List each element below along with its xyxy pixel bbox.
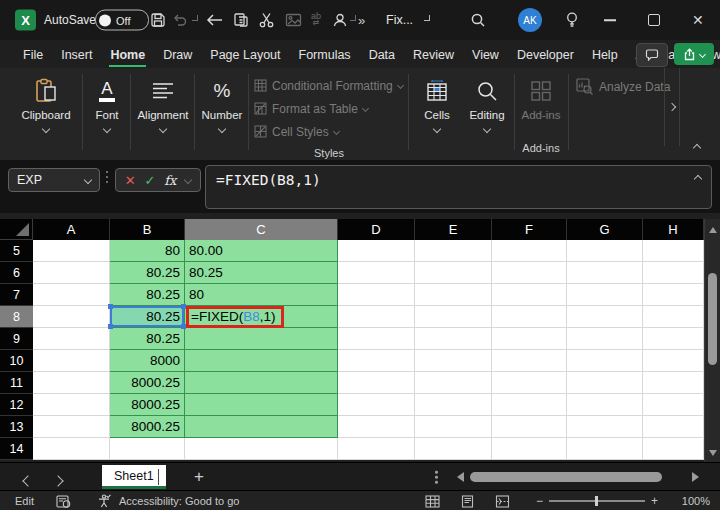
cell-B7[interactable]: 80.25	[110, 284, 185, 306]
cell-A9[interactable]	[33, 328, 110, 350]
cell-C5[interactable]: 80.00	[185, 240, 338, 262]
cell-B6[interactable]: 80.25	[110, 262, 185, 284]
cut-icon[interactable]	[259, 12, 274, 28]
cell-E12[interactable]	[415, 394, 492, 416]
menu-developer[interactable]: Developer	[508, 43, 583, 66]
cell-E11[interactable]	[415, 372, 492, 394]
vertical-scroll-thumb[interactable]	[708, 273, 717, 365]
ribbon-group-alignment[interactable]: Alignment	[134, 76, 192, 132]
hscroll-left-arrow[interactable]	[457, 472, 464, 482]
column-header-D[interactable]: D	[338, 219, 415, 240]
cell-B5[interactable]: 80	[110, 240, 185, 262]
page-layout-view-button[interactable]	[460, 495, 475, 508]
cell-E8[interactable]	[415, 306, 492, 328]
cell-E9[interactable]	[415, 328, 492, 350]
menu-draw[interactable]: Draw	[154, 43, 201, 66]
prev-sheet-button[interactable]	[22, 475, 33, 486]
back-arrow-icon[interactable]	[206, 13, 223, 27]
normal-view-button[interactable]	[425, 495, 440, 508]
row-header-11[interactable]: 11	[0, 372, 33, 394]
cell-E10[interactable]	[415, 350, 492, 372]
cell-G14[interactable]	[567, 438, 643, 460]
next-sheet-button[interactable]	[52, 475, 63, 486]
person-tool-icon[interactable]	[332, 12, 348, 28]
cell-H10[interactable]	[643, 350, 704, 372]
column-header-G[interactable]: G	[567, 219, 643, 240]
cell-C12[interactable]	[185, 394, 338, 416]
cell-C14[interactable]	[185, 438, 338, 460]
ribbon-group-font[interactable]: A Font	[86, 76, 128, 132]
cell-H11[interactable]	[643, 372, 704, 394]
row-header-8[interactable]: 8	[0, 306, 33, 328]
cell-B14[interactable]	[110, 438, 185, 460]
collapse-formula-bar-chevron[interactable]	[694, 175, 702, 183]
menu-view[interactable]: View	[463, 43, 508, 66]
column-header-F[interactable]: F	[492, 219, 567, 240]
cell-H9[interactable]	[643, 328, 704, 350]
autosave-toggle[interactable]: Off	[95, 10, 149, 31]
lightbulb-icon[interactable]	[565, 12, 579, 29]
cell-H6[interactable]	[643, 262, 704, 284]
cell-G6[interactable]	[567, 262, 643, 284]
name-box[interactable]: EXP	[8, 168, 100, 192]
cell-F12[interactable]	[492, 394, 567, 416]
zoom-slider[interactable]	[549, 500, 645, 502]
cell-D11[interactable]	[338, 372, 415, 394]
cell-G8[interactable]	[567, 306, 643, 328]
cell-C8[interactable]: =FIXED(B8,1)	[185, 306, 338, 328]
cell-B8[interactable]: 80.25	[110, 306, 185, 328]
cell-G10[interactable]	[567, 350, 643, 372]
ribbon-next-page-button[interactable]	[664, 68, 680, 146]
row-header-12[interactable]: 12	[0, 394, 33, 416]
cell-D6[interactable]	[338, 262, 415, 284]
cell-B12[interactable]: 8000.25	[110, 394, 185, 416]
cell-A5[interactable]	[33, 240, 110, 262]
column-header-E[interactable]: E	[415, 219, 492, 240]
cell-A14[interactable]	[33, 438, 110, 460]
close-button[interactable]: ✕	[692, 12, 704, 28]
row-header-5[interactable]: 5	[0, 240, 33, 262]
menu-insert[interactable]: Insert	[52, 43, 101, 66]
cell-H8[interactable]	[643, 306, 704, 328]
minimize-button[interactable]	[604, 19, 616, 21]
column-header-A[interactable]: A	[33, 219, 110, 240]
cell-B9[interactable]: 80.25	[110, 328, 185, 350]
cell-G5[interactable]	[567, 240, 643, 262]
cell-C6[interactable]: 80.25	[185, 262, 338, 284]
cell-D7[interactable]	[338, 284, 415, 306]
cell-G13[interactable]	[567, 416, 643, 438]
horizontal-scroll-thumb[interactable]	[470, 472, 662, 482]
cell-C7[interactable]: 80	[185, 284, 338, 306]
menu-formulas[interactable]: Formulas	[290, 43, 360, 66]
macro-record-icon[interactable]	[56, 495, 71, 508]
accessibility-icon[interactable]	[97, 494, 111, 508]
cell-A7[interactable]	[33, 284, 110, 306]
person-tool-chevron[interactable]	[350, 15, 356, 21]
cell-D14[interactable]	[338, 438, 415, 460]
sheet-tab-sheet1[interactable]: Sheet1	[102, 465, 166, 489]
zoom-in-button[interactable]: +	[645, 494, 664, 508]
more-commands-button[interactable]: »	[358, 13, 366, 28]
cell-E5[interactable]	[415, 240, 492, 262]
name-box-chevron[interactable]	[84, 176, 92, 184]
cell-G7[interactable]	[567, 284, 643, 306]
cell-F5[interactable]	[492, 240, 567, 262]
cell-E13[interactable]	[415, 416, 492, 438]
cell-F11[interactable]	[492, 372, 567, 394]
excel-logo-icon[interactable]: X	[15, 10, 36, 31]
save-icon[interactable]	[150, 12, 166, 28]
column-header-B[interactable]: B	[110, 219, 185, 240]
cancel-entry-button[interactable]: ✕	[125, 173, 136, 188]
menu-help[interactable]: Help	[583, 43, 627, 66]
cell-B13[interactable]: 8000.25	[110, 416, 185, 438]
cell-D10[interactable]	[338, 350, 415, 372]
add-sheet-button[interactable]: +	[194, 467, 204, 487]
row-header-9[interactable]: 9	[0, 328, 33, 350]
cell-C13[interactable]	[185, 416, 338, 438]
cell-A11[interactable]	[33, 372, 110, 394]
menu-file[interactable]: File	[14, 43, 52, 66]
comments-button[interactable]	[636, 43, 668, 67]
row-header-7[interactable]: 7	[0, 284, 33, 306]
scroll-up-arrow[interactable]	[709, 227, 717, 233]
cell-A10[interactable]	[33, 350, 110, 372]
